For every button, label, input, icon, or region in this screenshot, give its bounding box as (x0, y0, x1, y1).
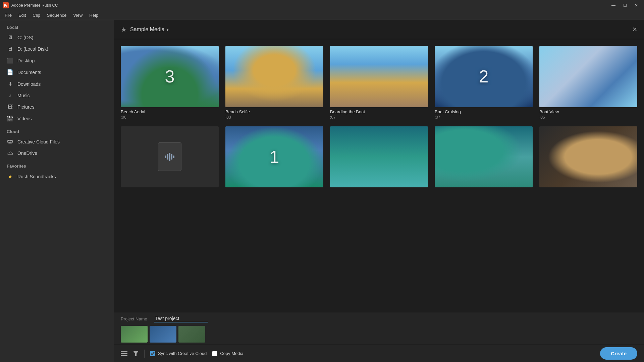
monitor-icon: 🖥 (7, 35, 13, 41)
svg-marker-11 (133, 351, 139, 356)
svg-rect-8 (121, 351, 127, 352)
media-item-selfie-outdoor[interactable] (539, 126, 637, 190)
sidebar-local-label: Local (0, 20, 114, 32)
menu-file[interactable]: File (1, 11, 15, 19)
sidebar-item-c-os[interactable]: 🖥 C: (OS) (0, 32, 114, 43)
media-title-beach-selfie: Beach Selfie (225, 109, 323, 114)
sidebar-item-pictures[interactable]: 🖼 Pictures (0, 101, 114, 113)
svg-rect-3 (165, 156, 166, 158)
menu-clip[interactable]: Clip (29, 11, 43, 19)
stack-count-boat-cruising: 2 (479, 66, 489, 86)
media-browser-close[interactable]: ✕ (632, 26, 637, 33)
media-item-boat-view[interactable]: Boat View :05 (539, 46, 637, 120)
timeline-clip-2[interactable] (150, 326, 176, 343)
menu-edit[interactable]: Edit (15, 11, 29, 19)
sync-cloud-label[interactable]: Sync with Creative Cloud (150, 351, 207, 356)
sidebar-item-rush-soundtracks[interactable]: ★ Rush Soundtracks (0, 171, 114, 182)
sidebar-item-downloads[interactable]: ⬇ Downloads (0, 78, 114, 90)
media-duration-boat-cruising: :07 (435, 115, 533, 120)
sidebar-item-d-local[interactable]: 🖥 D: (Local Disk) (0, 43, 114, 55)
sidebar-documents-label: Documents (17, 70, 41, 75)
copy-media-label[interactable]: Copy Media (212, 351, 243, 356)
media-thumb-boat-cruising: 2 (435, 46, 533, 107)
media-thumb-audio (121, 126, 219, 188)
hamburger-menu-button[interactable] (121, 351, 127, 356)
media-thumb-boarding-boat (330, 46, 428, 107)
sidebar-d-label: D: (Local Disk) (17, 46, 48, 52)
copy-media-text: Copy Media (220, 351, 243, 356)
sidebar-item-creative-cloud[interactable]: Creative Cloud Files (0, 136, 114, 147)
copy-media-checkbox[interactable] (212, 351, 217, 356)
media-item-boat-cruising[interactable]: 2 Boat Cruising :07 (435, 46, 533, 120)
pictures-icon: 🖼 (7, 104, 13, 110)
sidebar-item-documents[interactable]: 📄 Documents (0, 66, 114, 78)
sidebar: Local 🖥 C: (OS) 🖥 D: (Local Disk) ⬛ Desk… (0, 20, 114, 362)
onedrive-icon (7, 150, 13, 156)
media-duration-beach-aerial: :06 (121, 115, 219, 120)
audio-file-icon (158, 142, 181, 171)
menu-help[interactable]: Help (86, 11, 102, 19)
media-thumb-beach-aerial: 3 (121, 46, 219, 107)
document-icon: 📄 (7, 69, 13, 75)
app-icon-label: Pr (4, 4, 8, 7)
media-item-boat-island[interactable]: 1 (225, 126, 323, 190)
sidebar-desktop-label: Desktop (17, 58, 35, 63)
sidebar-cloud-label: Cloud (0, 124, 114, 136)
media-dropdown-button[interactable]: ▾ (166, 27, 169, 32)
media-item-audio[interactable] (121, 126, 219, 190)
sidebar-c-os-label: C: (OS) (17, 35, 33, 40)
timeline-row (121, 324, 637, 345)
media-browser-header: ★ Sample Media ▾ ✕ (114, 20, 644, 39)
media-item-beach-aerial[interactable]: 3 Beach Aerial :06 (121, 46, 219, 120)
media-thumb-underwater (330, 126, 428, 188)
svg-rect-9 (121, 353, 127, 354)
favorite-star-icon[interactable]: ★ (121, 25, 127, 34)
timeline-clip-3[interactable] (178, 326, 205, 343)
media-thumb-selfie-outdoor (539, 126, 637, 188)
music-icon: ♪ (7, 93, 13, 99)
sidebar-item-videos[interactable]: 🎬 Videos (0, 113, 114, 124)
desktop-icon: ⬛ (7, 57, 13, 64)
sidebar-favorites-label: Favorites (0, 159, 114, 171)
media-title-boat-view: Boat View (539, 109, 637, 114)
maximize-button[interactable]: ☐ (620, 1, 630, 10)
media-duration-boat-view: :05 (539, 115, 637, 120)
sidebar-item-onedrive[interactable]: OneDrive (0, 147, 114, 159)
menu-view[interactable]: View (70, 11, 86, 19)
sidebar-item-music[interactable]: ♪ Music (0, 90, 114, 101)
footer-divider (144, 350, 145, 358)
svg-rect-10 (121, 355, 127, 356)
media-duration-beach-selfie: :03 (225, 115, 323, 120)
sync-cloud-checkbox[interactable] (150, 351, 155, 356)
media-item-beach-selfie[interactable]: Beach Selfie :03 (225, 46, 323, 120)
sidebar-videos-label: Videos (17, 116, 32, 121)
monitor-icon-2: 🖥 (7, 46, 13, 52)
sidebar-item-desktop[interactable]: ⬛ Desktop (0, 55, 114, 66)
media-browser-title: Sample Media (130, 26, 164, 33)
app-title: Adobe Premiere Rush CC (11, 3, 608, 8)
close-button[interactable]: ✕ (631, 1, 641, 10)
media-thumb-boat-sailing (435, 126, 533, 188)
audio-waveform-icon (164, 151, 176, 163)
main-layout: Local 🖥 C: (OS) 🖥 D: (Local Disk) ⬛ Desk… (0, 20, 644, 362)
minimize-button[interactable]: — (608, 1, 619, 10)
sync-cloud-text: Sync with Creative Cloud (158, 351, 207, 356)
content-area: ★ Sample Media ▾ ✕ 3 Beach Aerial :06 (114, 20, 644, 362)
project-name-input[interactable] (154, 315, 208, 322)
media-item-boarding-boat[interactable]: Boarding the Boat :07 (330, 46, 428, 120)
filter-button[interactable] (133, 351, 139, 357)
media-item-boat-sailing[interactable] (435, 126, 533, 190)
media-title-beach-aerial: Beach Aerial (121, 109, 219, 114)
creative-cloud-icon (7, 139, 13, 145)
media-thumb-beach-selfie (225, 46, 323, 107)
svg-rect-4 (167, 154, 168, 160)
create-button[interactable]: Create (600, 347, 637, 360)
download-icon: ⬇ (7, 81, 13, 87)
titlebar: Pr Adobe Premiere Rush CC — ☐ ✕ (0, 0, 644, 11)
menu-sequence[interactable]: Sequence (44, 11, 70, 19)
stack-count-beach-aerial: 3 (165, 66, 175, 86)
stack-count-boat-island: 1 (270, 147, 279, 167)
media-item-underwater[interactable] (330, 126, 428, 190)
window-controls: — ☐ ✕ (608, 1, 641, 10)
timeline-clip-1[interactable] (121, 326, 148, 343)
